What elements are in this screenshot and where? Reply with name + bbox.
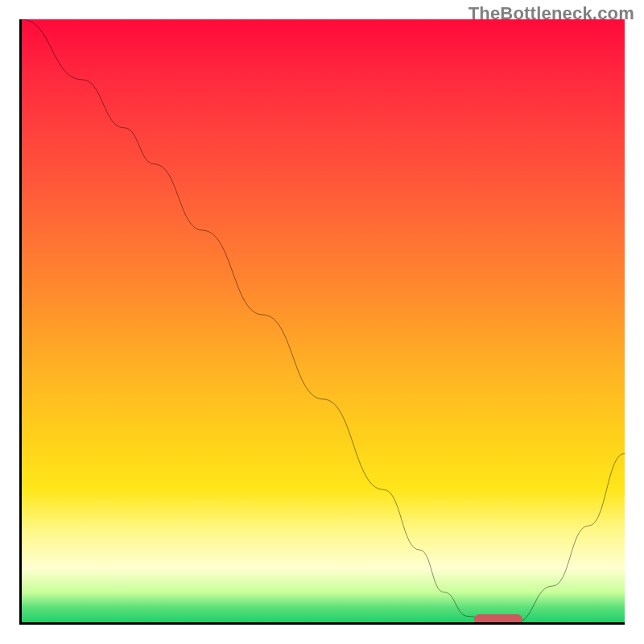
optimal-marker [474, 614, 522, 625]
bottleneck-curve [22, 19, 625, 622]
plot-area [19, 19, 625, 625]
curve-path [22, 19, 625, 622]
chart-root: TheBottleneck.com [0, 0, 644, 644]
watermark-text: TheBottleneck.com [469, 3, 634, 24]
